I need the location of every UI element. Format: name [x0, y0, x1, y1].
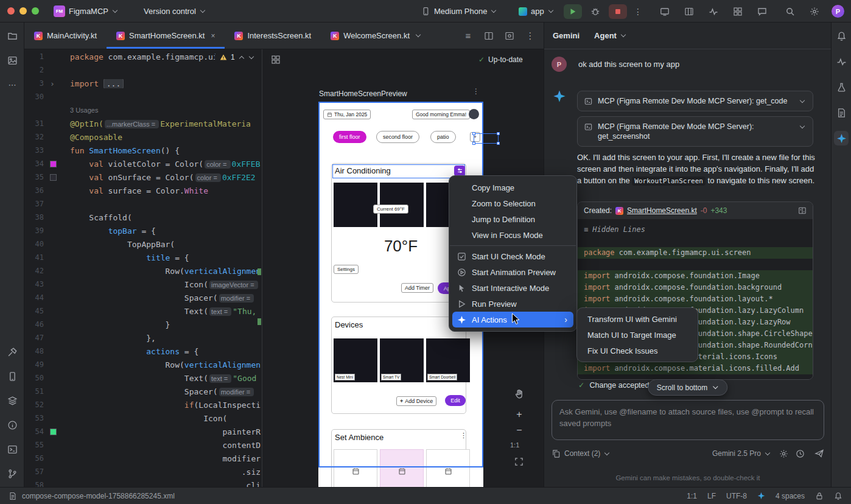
open-diff-icon[interactable] — [798, 206, 807, 215]
preview-more-icon[interactable]: ⋮ — [472, 87, 480, 96]
code-editor[interactable]: 1package com.example.figmamcp.ui23›impor… — [24, 49, 262, 487]
zoom-to-fit-button[interactable] — [513, 456, 524, 467]
close-window-button[interactable] — [7, 7, 15, 15]
context-label[interactable]: Context (2) — [564, 449, 600, 458]
menu-item-copy-image[interactable]: Copy Image — [452, 180, 573, 195]
project-icon[interactable] — [5, 29, 19, 43]
tool-call-chip[interactable]: MCP (Figma Remote Dev Mode MCP Server): … — [577, 116, 813, 147]
device-selector[interactable]: Medium Phone — [421, 0, 497, 23]
indent-setting[interactable]: 4 spaces — [776, 492, 805, 500]
editor-tab-interestsscreen-kt[interactable]: KInterestsScreen.kt — [225, 23, 321, 49]
resource-manager-icon[interactable] — [5, 53, 19, 68]
extensions-icon[interactable] — [730, 4, 745, 19]
tab-gemini[interactable]: Gemini — [553, 31, 580, 40]
selection-handle[interactable] — [497, 132, 500, 135]
pan-tool-button[interactable] — [513, 388, 525, 400]
feedback-icon[interactable] — [755, 4, 769, 19]
chat-input[interactable]: Ask Gemini, use @filename to attach sour… — [552, 400, 824, 440]
notifications-icon[interactable] — [834, 29, 849, 43]
menu-item-start-ui-check-mode[interactable]: Start UI Check Mode — [452, 248, 573, 264]
menu-item-zoom-to-selection[interactable]: Zoom to Selection — [452, 195, 573, 211]
chat-settings-icon[interactable] — [779, 449, 788, 458]
profiler-icon[interactable] — [706, 4, 721, 19]
settings-button[interactable] — [807, 4, 822, 19]
usages-inlay-hint[interactable]: 3 Usages — [70, 107, 98, 114]
lock-icon[interactable] — [815, 492, 824, 500]
problems-icon[interactable] — [5, 418, 19, 432]
model-selector[interactable]: Gemini 2.5 Pro — [712, 449, 761, 458]
preview-view-mode-icon[interactable] — [271, 55, 281, 65]
submenu-item-fix-ui-check-issues[interactable]: Fix UI Check Issues — [580, 343, 695, 359]
gemini-icon[interactable] — [834, 131, 849, 145]
gutter-color-chip[interactable] — [50, 161, 57, 167]
build-variants-icon[interactable] — [5, 393, 19, 408]
minimize-window-button[interactable] — [19, 7, 27, 15]
maximize-window-button[interactable] — [32, 7, 39, 15]
prev-issue-icon[interactable] — [239, 54, 245, 61]
more-tool-windows-icon[interactable]: ⋯ — [5, 77, 19, 92]
vcs-widget[interactable]: Version control — [144, 0, 206, 23]
scroll-to-bottom-button[interactable]: Scroll to bottom — [648, 379, 727, 396]
selection-handle[interactable] — [497, 142, 500, 145]
version-control-icon[interactable] — [5, 466, 19, 481]
debug-button[interactable] — [587, 4, 604, 19]
app-quality-insights-icon[interactable] — [834, 80, 849, 94]
tab-agent[interactable]: Agent — [594, 31, 626, 40]
gutter-color-chip[interactable] — [50, 429, 57, 435]
editor-tab-smarthomescreen-kt[interactable]: KSmartHomeScreen.kt× — [107, 23, 225, 49]
notifications-icon[interactable] — [834, 492, 842, 500]
run-configuration-selector[interactable]: app — [519, 0, 554, 23]
menu-item-view-in-focus-mode[interactable]: View in Focus Mode — [452, 227, 573, 243]
expand-chevron-icon[interactable] — [797, 122, 807, 131]
menu-item-jump-to-definition[interactable]: Jump to Definition — [452, 211, 573, 227]
logcat-icon[interactable] — [834, 105, 849, 120]
component-selection-box[interactable] — [474, 133, 499, 144]
zoom-in-button[interactable]: + — [513, 408, 525, 421]
editor-tab-welcomescreen-kt[interactable]: KWelcomeScreen.kt — [321, 23, 430, 49]
gemini-status-icon[interactable] — [757, 492, 765, 500]
code-view-icon[interactable]: ≡ — [461, 29, 475, 43]
submenu-item-transform-ui-with-gemini[interactable]: Transform UI with Gemini — [580, 311, 695, 327]
close-tab-icon[interactable]: × — [211, 32, 215, 40]
selection-handle[interactable] — [472, 142, 475, 145]
encoding[interactable]: UTF-8 — [726, 492, 747, 500]
zoom-out-button[interactable]: − — [513, 424, 525, 436]
selection-handle[interactable] — [472, 132, 475, 135]
stop-button[interactable] — [609, 4, 627, 19]
hidden-tabs-chevron-icon[interactable] — [416, 35, 420, 37]
fold-arrow-icon[interactable]: › — [50, 79, 55, 88]
search-everywhere-button[interactable] — [783, 4, 797, 19]
editor-more-icon[interactable]: ⋮ — [523, 29, 538, 43]
history-icon[interactable] — [796, 449, 805, 458]
menu-item-start-animation-preview[interactable]: Start Animation Preview — [452, 264, 573, 280]
zoom-ratio-button[interactable]: 1:1 — [510, 441, 519, 449]
running-devices-icon[interactable] — [657, 4, 672, 19]
submenu-item-match-ui-to-target-image[interactable]: Match UI to Target Image — [580, 327, 695, 343]
gutter-color-chip[interactable] — [50, 174, 57, 181]
device-manager-icon[interactable] — [5, 369, 19, 383]
next-issue-icon[interactable] — [248, 54, 254, 61]
layout-inspector-icon[interactable] — [682, 4, 696, 19]
tool-call-chip[interactable]: MCP (Figma Remote Dev Mode MCP Server): … — [577, 91, 813, 111]
build-icon[interactable] — [5, 345, 19, 359]
more-actions-button[interactable]: ⋮ — [632, 4, 644, 19]
context-icon[interactable] — [552, 449, 561, 458]
statusbar-filename[interactable]: compose-compose-model-1758866285245.xml — [22, 492, 175, 500]
menu-item-start-interactive-mode[interactable]: Start Interactive Mode — [452, 280, 573, 296]
created-file-link[interactable]: SmartHomeScreen.kt — [627, 206, 697, 215]
design-view-icon[interactable] — [502, 29, 517, 43]
hidden-lines-row[interactable]: ≡Hidden Lines — [584, 224, 807, 236]
app-menu-button[interactable]: FM FigmaMCP — [54, 0, 118, 23]
run-button[interactable] — [564, 4, 582, 19]
terminal-icon[interactable] — [5, 442, 19, 457]
profile-avatar[interactable]: P — [832, 5, 844, 18]
split-view-icon[interactable] — [482, 29, 496, 43]
menu-item-run-preview[interactable]: Run Preview — [452, 296, 573, 312]
inspections-widget[interactable]: 1 — [215, 52, 259, 63]
line-ending[interactable]: LF — [707, 492, 716, 500]
profiler-icon[interactable] — [834, 54, 849, 69]
preview-title[interactable]: SmartHomeScreenPreview — [319, 89, 407, 98]
expand-chevron-icon[interactable] — [797, 97, 807, 106]
send-icon[interactable] — [814, 449, 824, 458]
editor-tab-mainactivity-kt[interactable]: KMainActivity.kt — [24, 23, 107, 49]
